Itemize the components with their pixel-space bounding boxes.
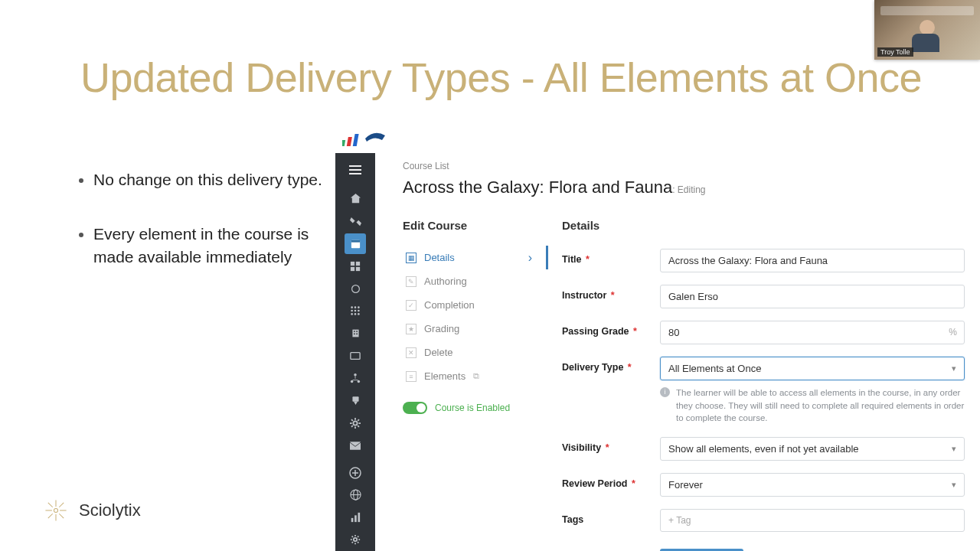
page-title: Across the Galaxy: Flora and Fauna: Edit… (403, 178, 965, 197)
edit-item-authoring[interactable]: ✎ Authoring (403, 269, 548, 293)
app-window: Course List Across the Galaxy: Flora and… (335, 122, 980, 551)
svg-rect-20 (356, 267, 360, 271)
delete-icon: ✕ (406, 347, 416, 358)
delivery-type-select[interactable]: All Elements at Once ▾ (660, 357, 965, 380)
nav-settings-icon[interactable] (335, 529, 375, 551)
nav-dots-icon[interactable] (335, 300, 375, 322)
svg-rect-35 (356, 334, 358, 335)
brand-icon (42, 497, 70, 524)
delivery-help-text: i The learner will be able to access all… (660, 386, 965, 425)
svg-point-38 (351, 380, 354, 383)
svg-point-37 (354, 373, 357, 377)
svg-rect-51 (351, 518, 354, 522)
nav-calendar-icon[interactable] (345, 233, 366, 254)
svg-rect-18 (356, 262, 360, 266)
nav-building-icon[interactable] (335, 322, 375, 344)
svg-rect-19 (351, 267, 354, 271)
bullet-item: Every element in the course is made avai… (93, 223, 323, 268)
sidebar (335, 153, 375, 551)
passing-grade-label: Passing Grade * (562, 321, 660, 337)
svg-point-54 (354, 538, 357, 541)
details-panel: Details Title * Across the Galaxy: Flora… (548, 219, 965, 551)
toggle-switch-icon[interactable] (403, 402, 427, 414)
svg-rect-32 (354, 331, 355, 332)
delivery-type-value: All Elements at Once (668, 363, 761, 374)
page-title-suffix: : Editing (672, 184, 705, 195)
nav-badge-icon[interactable] (335, 390, 375, 412)
svg-point-43 (353, 421, 357, 425)
grading-icon: ★ (406, 324, 416, 334)
svg-line-6 (59, 514, 64, 518)
tags-input[interactable]: + Tag (660, 509, 965, 532)
edit-item-label: Details (424, 252, 455, 263)
nav-globe-icon[interactable] (335, 484, 375, 506)
details-icon: ▦ (406, 253, 416, 263)
external-link-icon: ⧉ (473, 371, 479, 381)
edit-item-grading[interactable]: ★ Grading (403, 317, 548, 341)
edit-item-details[interactable]: ▦ Details (403, 246, 548, 269)
svg-point-22 (351, 307, 353, 309)
svg-line-7 (59, 503, 64, 507)
nav-add-icon[interactable] (335, 461, 375, 484)
svg-rect-36 (351, 353, 360, 360)
presenter-webcam: Troy Tolle (874, 0, 980, 60)
svg-point-23 (354, 307, 357, 309)
svg-point-39 (358, 380, 361, 383)
percent-suffix: % (949, 327, 957, 337)
brand-name: Sciolytix (79, 500, 141, 520)
caret-down-icon: ▾ (952, 364, 956, 373)
nav-circle-icon[interactable] (335, 277, 375, 299)
svg-rect-42 (352, 396, 358, 402)
toggle-label: Course is Enabled (435, 403, 510, 413)
main-panel: Course List Across the Galaxy: Flora and… (375, 153, 980, 551)
review-period-select[interactable]: Forever ▾ (660, 473, 965, 497)
svg-line-5 (48, 503, 53, 507)
tags-label: Tags (562, 509, 660, 525)
edit-item-elements[interactable]: ≡ Elements ⧉ (403, 364, 548, 388)
edit-course-header: Edit Course (403, 219, 548, 232)
delivery-type-label: Delivery Type * (562, 357, 660, 373)
caret-down-icon: ▾ (952, 480, 956, 490)
title-input[interactable]: Across the Galaxy: Flora and Fauna (660, 249, 965, 272)
svg-point-25 (351, 310, 353, 312)
svg-point-21 (351, 285, 359, 292)
svg-rect-34 (354, 334, 355, 335)
svg-rect-16 (351, 240, 359, 243)
svg-point-28 (351, 313, 353, 315)
title-label: Title * (562, 249, 660, 265)
details-header: Details (562, 219, 965, 232)
nav-grid-icon[interactable] (335, 255, 375, 277)
svg-line-8 (48, 514, 53, 518)
svg-point-30 (358, 313, 360, 315)
instructor-input[interactable]: Galen Erso (660, 285, 965, 308)
edit-item-completion[interactable]: ✓ Completion (403, 293, 548, 317)
passing-grade-input[interactable]: 80 (660, 321, 965, 344)
nav-sitemap-icon[interactable] (335, 367, 375, 390)
visibility-select[interactable]: Show all elements, even if not yet avail… (660, 437, 965, 461)
review-period-value: Forever (668, 479, 703, 491)
course-enabled-toggle[interactable]: Course is Enabled (403, 402, 548, 414)
svg-rect-17 (351, 262, 354, 266)
nav-tools-icon[interactable] (335, 210, 375, 233)
svg-point-27 (358, 310, 360, 312)
svg-point-0 (54, 508, 57, 512)
svg-rect-52 (354, 515, 357, 522)
nav-chart-icon[interactable] (335, 506, 375, 528)
svg-rect-11 (353, 134, 359, 146)
nav-gear-icon[interactable] (335, 412, 375, 434)
completion-icon: ✓ (406, 300, 416, 311)
edit-item-label: Authoring (424, 276, 467, 287)
nav-card-icon[interactable] (335, 344, 375, 367)
page-title-text: Across the Galaxy: Flora and Fauna (403, 178, 672, 197)
svg-point-29 (354, 313, 357, 315)
edit-item-delete[interactable]: ✕ Delete (403, 341, 548, 364)
menu-toggle-icon[interactable] (335, 158, 375, 181)
slide-title: Updated Delivery Types - All Elements at… (80, 54, 922, 101)
svg-rect-10 (347, 137, 352, 146)
edit-course-panel: Edit Course ▦ Details ✎ Authoring ✓ Comp… (403, 219, 548, 551)
svg-rect-9 (342, 140, 345, 146)
nav-mail-icon[interactable] (335, 435, 375, 457)
svg-rect-33 (356, 331, 358, 332)
nav-home-icon[interactable] (335, 187, 375, 210)
breadcrumb[interactable]: Course List (403, 161, 965, 171)
